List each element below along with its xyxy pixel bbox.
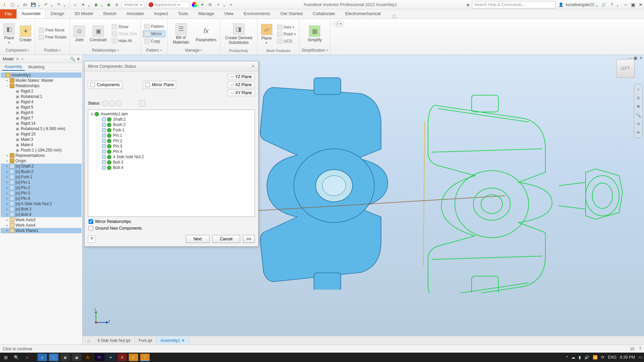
dtree-item[interactable]: Fork:1 xyxy=(90,127,253,133)
dtree-item[interactable]: Bolt:3 xyxy=(90,160,253,165)
tab-manage[interactable]: Manage xyxy=(193,9,219,18)
dtree-item[interactable]: 4 Side hole Nut:2 xyxy=(90,154,253,160)
tree-constraint[interactable]: ▣Rigid:7 xyxy=(1,115,82,121)
material-dropdown[interactable]: Material▾ xyxy=(122,1,144,8)
cloud-icon[interactable]: ▢ xyxy=(392,14,396,18)
tab-tools[interactable]: Tools xyxy=(173,9,193,18)
close-icon[interactable]: ✕ xyxy=(639,2,643,7)
nav-wheel-icon[interactable]: ◎ xyxy=(635,95,641,101)
expand-button[interactable]: >> xyxy=(243,235,255,243)
close-tab-icon[interactable]: ✕ xyxy=(181,338,185,343)
checkbox[interactable] xyxy=(89,226,93,231)
tree-part[interactable]: +[o]:Pin:1 xyxy=(1,180,82,185)
joint-button[interactable]: ⊙Joint xyxy=(72,25,86,43)
home-doc-icon[interactable]: ⌂ xyxy=(84,338,93,343)
tray-up-icon[interactable]: ^ xyxy=(566,355,568,360)
simplify-button[interactable]: ▦Simplify xyxy=(306,25,323,43)
tab-assemble[interactable]: Assemble xyxy=(16,9,46,18)
tree-part[interactable]: +[o]:Pin:2 xyxy=(1,185,82,190)
tab-annotate[interactable]: Annotate xyxy=(121,9,149,18)
status-opt2-icon[interactable] xyxy=(109,100,115,106)
tree-constraint[interactable]: ▣Rigid:2 xyxy=(1,88,82,94)
tree-constraint[interactable]: ▣Rigid:6 xyxy=(1,110,82,115)
cortana-icon[interactable]: ○ xyxy=(23,354,31,361)
save-icon[interactable]: 💾 xyxy=(30,2,36,8)
tab-environments[interactable]: Environments xyxy=(238,9,275,18)
volume-icon[interactable]: 🔊 xyxy=(584,355,589,360)
axis-button[interactable]: Axis▾ xyxy=(276,24,297,30)
xz-plane-button[interactable]: ▱XZ Plane xyxy=(228,81,255,88)
wifi-icon[interactable]: 📶 xyxy=(593,355,598,360)
finish-icon[interactable]: ⊙ ▾ xyxy=(333,20,344,27)
plane-button[interactable]: ▱Plane▾ xyxy=(260,23,274,45)
tab-getstarted[interactable]: Get Started xyxy=(275,9,308,18)
tab-inspect[interactable]: Inspect xyxy=(149,9,173,18)
more-icon[interactable]: = xyxy=(228,2,234,8)
dropdown-icon[interactable] xyxy=(617,3,620,6)
copy-button[interactable]: Copy xyxy=(143,38,165,44)
app-icon[interactable]: ▸ xyxy=(38,354,47,361)
tree-part[interactable]: +[o]:Bush:2 xyxy=(1,169,82,174)
dropdown-icon[interactable] xyxy=(101,3,104,6)
dialog-close-icon[interactable]: ✕ xyxy=(252,64,255,69)
inner-close-icon[interactable]: ✕ xyxy=(639,56,643,60)
checkbox[interactable] xyxy=(89,219,93,224)
inner-minimize-icon[interactable]: ─ xyxy=(629,56,632,60)
start-icon[interactable]: ⊞ xyxy=(2,354,9,361)
point-button[interactable]: Point▾ xyxy=(276,31,297,37)
tab-collaborate[interactable]: Collaborate xyxy=(308,9,340,18)
nav-zoom-icon[interactable]: 🔍 xyxy=(635,112,641,118)
clock[interactable]: 6:39 PM xyxy=(620,355,635,360)
status-opt1-icon[interactable] xyxy=(102,100,108,106)
chrome-icon[interactable]: ◉ xyxy=(60,354,70,361)
mirror-relationships-check[interactable]: Mirror Relationships xyxy=(85,218,258,225)
dropdown-icon[interactable] xyxy=(38,3,41,6)
dialog-title-bar[interactable]: Mirror Components: Status ✕ xyxy=(85,61,258,71)
undo-icon[interactable]: ↶ xyxy=(43,2,49,8)
free-rotate-button[interactable]: Free Rotate xyxy=(37,34,68,40)
search-input[interactable]: Search Help & Commands... xyxy=(472,1,556,8)
constrain-button[interactable]: ▣Constrain xyxy=(88,25,108,43)
tree-part[interactable]: +[o]:Shaft:2 xyxy=(1,164,82,169)
premiere-icon[interactable]: Pr xyxy=(95,354,104,361)
parameters-button[interactable]: fxParameters xyxy=(195,25,218,43)
tree-constraint[interactable]: ▣Mate:4 xyxy=(1,142,82,147)
dropdown-icon[interactable] xyxy=(596,3,599,6)
user-name[interactable]: kunalkangale23 xyxy=(566,2,594,7)
mirror-button[interactable]: Mirror xyxy=(143,31,165,37)
copy-small-icon[interactable] xyxy=(139,100,145,106)
tree-constraint[interactable]: ▣Mate:3 xyxy=(1,137,82,142)
tree-work[interactable]: +Work Axis4 xyxy=(1,223,82,228)
tab-view[interactable]: View xyxy=(219,9,238,18)
search-task-icon[interactable]: 🔍 xyxy=(13,354,20,361)
xy-plane-button[interactable]: ▱XY Plane xyxy=(228,89,255,96)
tree-constraint[interactable]: ▣Rigid:14 xyxy=(1,121,82,126)
tree-constraint[interactable]: ▣Rotational:3 (-8.500 mm) xyxy=(1,126,82,131)
nav-orbit-icon[interactable]: ⟲ xyxy=(635,121,641,127)
new-icon[interactable]: ▢ xyxy=(9,2,15,8)
user-icon[interactable]: 👤 xyxy=(558,2,564,8)
tree-work[interactable]: +Work Axis3 xyxy=(1,217,82,223)
dropdown-icon[interactable] xyxy=(51,3,54,6)
fusion-icon[interactable]: F xyxy=(129,354,138,361)
show-sick-button[interactable]: Show Sick xyxy=(110,31,139,37)
color2-icon[interactable]: ◉ xyxy=(106,2,112,8)
search-icon[interactable]: 🔍 xyxy=(70,57,75,61)
dropdown-icon[interactable] xyxy=(64,3,66,6)
create-derived-button[interactable]: ◨Create Derived Substitutes xyxy=(222,23,255,46)
dropdown-icon[interactable] xyxy=(223,3,226,6)
open-icon[interactable]: 🗁 xyxy=(22,2,28,8)
file-tab[interactable]: File xyxy=(0,9,16,18)
dtree-item[interactable]: Bolt:4 xyxy=(90,165,253,170)
tree-constraint[interactable]: ▣Rigid:5 xyxy=(1,105,82,110)
edge-icon[interactable]: ◕ xyxy=(72,354,81,361)
sync-icon[interactable]: ⟳ xyxy=(601,355,604,360)
tab-electromechanical[interactable]: Electromechanical xyxy=(340,9,386,18)
home-icon[interactable]: ⌂ xyxy=(72,2,78,8)
components-select[interactable]: Components xyxy=(88,81,122,89)
color-icon[interactable]: ◉ xyxy=(93,2,99,8)
pattern-button[interactable]: Pattern xyxy=(143,23,165,29)
appearance-dropdown[interactable]: Appearance▾ xyxy=(146,1,190,8)
tree-part[interactable]: +[o]:Pin:4 xyxy=(1,196,82,201)
tool-icon[interactable]: ✦ xyxy=(80,2,86,8)
